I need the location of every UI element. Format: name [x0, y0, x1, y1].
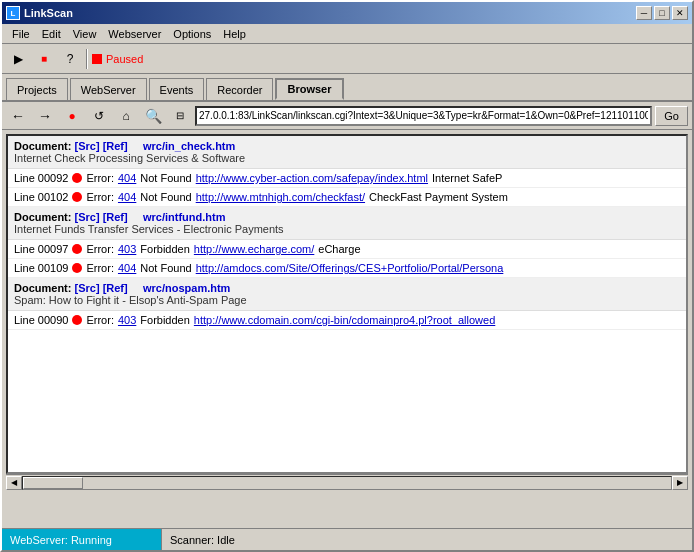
content-inner: Document: [Src] [Ref] wrc/in_check.htm I… [8, 136, 686, 330]
error-dot-icon [72, 244, 82, 254]
error-label: Error: [86, 191, 114, 203]
error-url-link[interactable]: http://www.cyber-action.com/safepay/inde… [196, 172, 428, 184]
doc-description: Internet Funds Transfer Services - Elect… [14, 223, 680, 235]
main-content[interactable]: Document: [Src] [Ref] wrc/in_check.htm I… [6, 134, 688, 474]
error-line: Line 00090 [14, 314, 68, 326]
toolbar-separator [86, 49, 88, 69]
error-url-link[interactable]: http://amdocs.com/Site/Offerings/CES+Por… [196, 262, 504, 274]
tab-projects[interactable]: Projects [6, 78, 68, 100]
minimize-button[interactable]: ─ [636, 6, 652, 20]
tab-events[interactable]: Events [149, 78, 205, 100]
error-line: Line 00109 [14, 262, 68, 274]
error-row: Line 00097 Error: 403 Forbidden http://w… [8, 240, 686, 259]
doc-ref-link[interactable]: [Ref] [103, 140, 128, 152]
error-not-found: Not Found [140, 172, 191, 184]
menu-view[interactable]: View [67, 26, 103, 42]
error-label: Error: [86, 243, 114, 255]
error-line: Line 00092 [14, 172, 68, 184]
scanner-status: Scanner: Idle [162, 529, 694, 550]
error-code-link[interactable]: 404 [118, 172, 136, 184]
document-row: Document: [Src] [Ref] wrc/nospam.htm Spa… [8, 278, 686, 311]
doc-src-link[interactable]: [Src] [75, 140, 100, 152]
document-row: Document: [Src] [Ref] wrc/in_check.htm I… [8, 136, 686, 169]
error-line: Line 00102 [14, 191, 68, 203]
error-desc: eCharge [318, 243, 360, 255]
error-code-link[interactable]: 403 [118, 243, 136, 255]
doc-label: Document: [14, 140, 71, 152]
forward-button[interactable]: → [33, 105, 57, 127]
error-line: Line 00097 [14, 243, 68, 255]
menu-options[interactable]: Options [167, 26, 217, 42]
paused-status: Paused [92, 53, 143, 65]
scrollbar-track[interactable] [22, 476, 672, 490]
doc-title-row: Document: [Src] [Ref] wrc/in_check.htm [14, 140, 680, 152]
app-icon: L [6, 6, 20, 20]
doc-src-link[interactable]: [Src] [75, 211, 100, 223]
error-dot-icon [72, 192, 82, 202]
close-button[interactable]: ✕ [672, 6, 688, 20]
error-dot-icon [72, 263, 82, 273]
error-not-found: Not Found [140, 262, 191, 274]
doc-title-row: Document: [Src] [Ref] wrc/intfund.htm [14, 211, 680, 223]
error-code-link[interactable]: 404 [118, 191, 136, 203]
doc-ref-link[interactable]: [Ref] [103, 211, 128, 223]
toolbar: ▶ ■ ? Paused [2, 44, 692, 74]
stop-nav-button[interactable]: ● [60, 105, 84, 127]
error-row: Line 00109 Error: 404 Not Found http://a… [8, 259, 686, 278]
error-not-found: Forbidden [140, 314, 190, 326]
tab-webserver[interactable]: WebServer [70, 78, 147, 100]
go-button[interactable]: Go [655, 106, 688, 126]
tabs-bar: Projects WebServer Events Recorder Brows… [2, 74, 692, 102]
error-code-link[interactable]: 404 [118, 262, 136, 274]
tab-browser[interactable]: Browser [275, 78, 343, 100]
play-button[interactable]: ▶ [6, 48, 30, 70]
horizontal-scrollbar[interactable]: ◀ ▶ [6, 474, 688, 490]
error-url-link[interactable]: http://www.mtnhigh.com/checkfast/ [196, 191, 365, 203]
app-title: LinkScan [24, 7, 73, 19]
error-dot-icon [72, 315, 82, 325]
scroll-left-button[interactable]: ◀ [6, 476, 22, 490]
zoom-out-button[interactable]: ⊟ [168, 105, 192, 127]
address-input[interactable] [195, 106, 652, 126]
error-label: Error: [86, 314, 114, 326]
scrollbar-thumb[interactable] [23, 477, 83, 489]
doc-link[interactable]: wrc/in_check.htm [143, 140, 235, 152]
nav-address-bar: ← → ● ↺ ⌂ 🔍 ⊟ Go [2, 102, 692, 130]
error-code-link[interactable]: 403 [118, 314, 136, 326]
zoom-button[interactable]: 🔍 [141, 105, 165, 127]
doc-link[interactable]: wrc/nospam.htm [143, 282, 230, 294]
refresh-button[interactable]: ↺ [87, 105, 111, 127]
help-button[interactable]: ? [58, 48, 82, 70]
doc-ref-link[interactable]: [Ref] [103, 282, 128, 294]
error-not-found: Forbidden [140, 243, 190, 255]
scroll-right-button[interactable]: ▶ [672, 476, 688, 490]
menu-bar: File Edit View Webserver Options Help [2, 24, 692, 44]
doc-link[interactable]: wrc/intfund.htm [143, 211, 226, 223]
error-row: Line 00090 Error: 403 Forbidden http://w… [8, 311, 686, 330]
status-bar: WebServer: Running Scanner: Idle [2, 528, 694, 550]
stop-button[interactable]: ■ [32, 48, 56, 70]
error-url-link[interactable]: http://www.echarge.com/ [194, 243, 314, 255]
error-row: Line 00092 Error: 404 Not Found http://w… [8, 169, 686, 188]
error-dot-icon [72, 173, 82, 183]
error-not-found: Not Found [140, 191, 191, 203]
error-url-link[interactable]: http://www.cdomain.com/cgi-bin/cdomainpr… [194, 314, 495, 326]
menu-edit[interactable]: Edit [36, 26, 67, 42]
doc-description: Spam: How to Fight it - Elsop's Anti-Spa… [14, 294, 680, 306]
menu-file[interactable]: File [6, 26, 36, 42]
home-button[interactable]: ⌂ [114, 105, 138, 127]
tab-recorder[interactable]: Recorder [206, 78, 273, 100]
menu-webserver[interactable]: Webserver [102, 26, 167, 42]
document-row: Document: [Src] [Ref] wrc/intfund.htm In… [8, 207, 686, 240]
back-button[interactable]: ← [6, 105, 30, 127]
error-row: Line 00102 Error: 404 Not Found http://w… [8, 188, 686, 207]
doc-label: Document: [14, 282, 71, 294]
paused-label: Paused [106, 53, 143, 65]
maximize-button[interactable]: □ [654, 6, 670, 20]
error-label: Error: [86, 262, 114, 274]
doc-src-link[interactable]: [Src] [75, 282, 100, 294]
webserver-status: WebServer: Running [2, 529, 162, 550]
error-desc: CheckFast Payment System [369, 191, 508, 203]
menu-help[interactable]: Help [217, 26, 252, 42]
error-label: Error: [86, 172, 114, 184]
